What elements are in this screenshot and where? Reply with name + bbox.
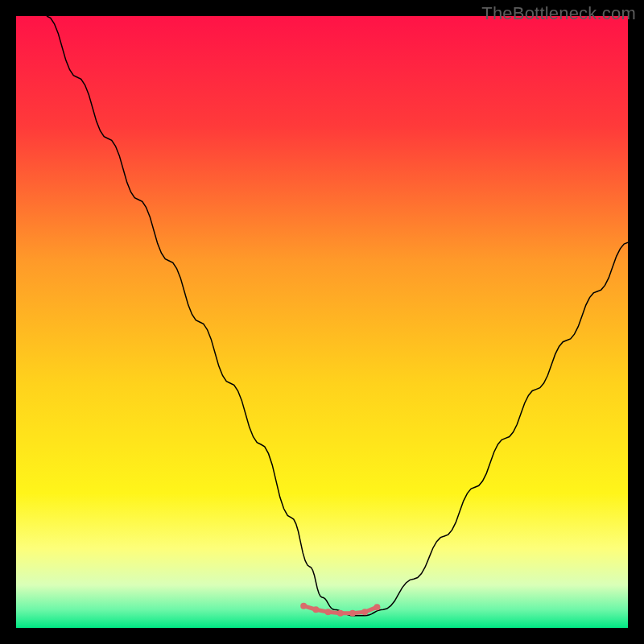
bottom-marker-dot — [337, 610, 344, 617]
bottleneck-plot — [16, 16, 628, 628]
bottom-marker-dot — [349, 610, 356, 617]
chart-frame — [16, 16, 628, 628]
bottom-marker-dot — [325, 609, 332, 615]
bottom-marker-dot — [300, 603, 307, 609]
watermark-text: TheBottleneck.com — [481, 3, 636, 24]
bottom-marker-dot — [361, 609, 368, 615]
gradient-background — [16, 16, 628, 628]
bottom-marker-dot — [374, 604, 380, 610]
bottom-marker-dot — [312, 606, 319, 613]
